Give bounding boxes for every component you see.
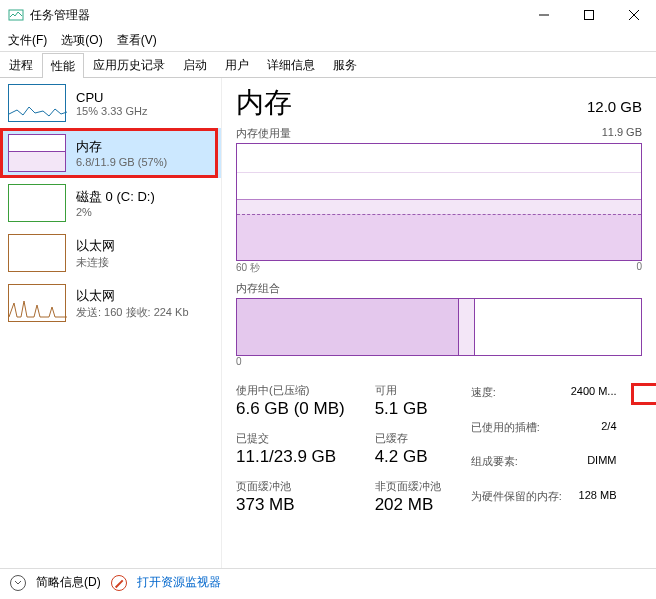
app-icon bbox=[8, 7, 24, 23]
chevron-down-icon[interactable] bbox=[10, 575, 26, 591]
slots-key: 已使用的插槽: bbox=[471, 420, 571, 447]
disk-sub: 2% bbox=[76, 206, 155, 218]
main-area: CPU 15% 3.33 GHz 内存 6.8/11.9 GB (57%) 磁盘… bbox=[0, 78, 656, 568]
sidebar-item-cpu[interactable]: CPU 15% 3.33 GHz bbox=[0, 78, 221, 128]
eth1-label: 以太网 bbox=[76, 287, 189, 305]
committed-label: 已提交 bbox=[236, 431, 345, 447]
cpu-sub: 15% 3.33 GHz bbox=[76, 105, 148, 117]
usage-label: 内存使用量 bbox=[236, 127, 291, 139]
maximize-button[interactable] bbox=[566, 0, 611, 30]
mem-label: 内存 bbox=[76, 138, 167, 156]
memory-composition-chart[interactable] bbox=[236, 298, 642, 356]
detail-pane: 内存 12.0 GB 内存使用量 11.9 GB 60 秒 0 内存组合 0 使… bbox=[222, 78, 656, 568]
cached-value: 4.2 GB bbox=[375, 447, 441, 467]
close-button[interactable] bbox=[611, 0, 656, 30]
cpu-label: CPU bbox=[76, 90, 148, 105]
available-label: 可用 bbox=[375, 383, 441, 399]
usage-max: 11.9 GB bbox=[602, 126, 642, 138]
disk-label: 磁盘 0 (C: D:) bbox=[76, 188, 155, 206]
resource-monitor-icon bbox=[111, 575, 127, 591]
mem-sub: 6.8/11.9 GB (57%) bbox=[76, 156, 167, 168]
titlebar: 任务管理器 bbox=[0, 0, 656, 30]
form-value: DIMM bbox=[571, 454, 617, 481]
tab-startup[interactable]: 启动 bbox=[174, 52, 216, 77]
stats-grid: 使用中(已压缩) 6.6 GB (0 MB) 已提交 11.1/23.9 GB … bbox=[236, 383, 642, 515]
comp-label: 内存组合 bbox=[236, 281, 642, 296]
menu-view[interactable]: 查看(V) bbox=[117, 32, 157, 49]
eth1-sub: 发送: 160 接收: 224 Kb bbox=[76, 305, 189, 320]
tab-users[interactable]: 用户 bbox=[216, 52, 258, 77]
committed-value: 11.1/23.9 GB bbox=[236, 447, 345, 467]
axis-left: 60 秒 bbox=[236, 261, 260, 275]
eth1-thumb bbox=[8, 284, 66, 322]
speed-value: 2400 M... bbox=[571, 385, 617, 412]
slots-value: 2/4 bbox=[571, 420, 617, 447]
paged-value: 373 MB bbox=[236, 495, 345, 515]
tab-details[interactable]: 详细信息 bbox=[258, 52, 324, 77]
speed-key: 速度: bbox=[471, 385, 571, 412]
hw-reserved-key: 为硬件保留的内存: bbox=[471, 489, 571, 516]
sidebar-item-ethernet-0[interactable]: 以太网 未连接 bbox=[0, 228, 221, 278]
detail-title: 内存 bbox=[236, 84, 292, 122]
mem-thumb bbox=[8, 134, 66, 172]
sidebar-item-memory[interactable]: 内存 6.8/11.9 GB (57%) bbox=[0, 128, 221, 178]
in-use-label: 使用中(已压缩) bbox=[236, 383, 345, 399]
open-resource-monitor-link[interactable]: 打开资源监视器 bbox=[137, 574, 221, 591]
nonpaged-label: 非页面缓冲池 bbox=[375, 479, 441, 495]
fewer-details-link[interactable]: 简略信息(D) bbox=[36, 574, 101, 591]
form-key: 组成要素: bbox=[471, 454, 571, 481]
cached-label: 已缓存 bbox=[375, 431, 441, 447]
menu-options[interactable]: 选项(O) bbox=[61, 32, 102, 49]
svg-rect-2 bbox=[584, 11, 593, 20]
axis-right: 0 bbox=[636, 261, 642, 275]
tab-performance[interactable]: 性能 bbox=[42, 53, 84, 78]
paged-label: 页面缓冲池 bbox=[236, 479, 345, 495]
tab-processes[interactable]: 进程 bbox=[0, 52, 42, 77]
in-use-value: 6.6 GB (0 MB) bbox=[236, 399, 345, 419]
detail-total: 12.0 GB bbox=[587, 98, 642, 115]
nonpaged-value: 202 MB bbox=[375, 495, 441, 515]
sidebar-item-ethernet-1[interactable]: 以太网 发送: 160 接收: 224 Kb bbox=[0, 278, 221, 328]
menubar: 文件(F) 选项(O) 查看(V) bbox=[0, 30, 656, 52]
hw-reserved-value: 128 MB bbox=[571, 489, 617, 516]
menu-file[interactable]: 文件(F) bbox=[8, 32, 47, 49]
disk-thumb bbox=[8, 184, 66, 222]
sidebar-item-disk[interactable]: 磁盘 0 (C: D:) 2% bbox=[0, 178, 221, 228]
minimize-button[interactable] bbox=[521, 0, 566, 30]
comp-left: 0 bbox=[236, 356, 642, 367]
sidebar: CPU 15% 3.33 GHz 内存 6.8/11.9 GB (57%) 磁盘… bbox=[0, 78, 222, 568]
cpu-thumb bbox=[8, 84, 66, 122]
available-value: 5.1 GB bbox=[375, 399, 441, 419]
tab-strip: 进程 性能 应用历史记录 启动 用户 详细信息 服务 bbox=[0, 52, 656, 78]
eth0-thumb bbox=[8, 234, 66, 272]
window-title: 任务管理器 bbox=[30, 7, 521, 24]
memory-properties: 速度: 2400 M... 已使用的插槽: 2/4 组成要素: DIMM 为硬件… bbox=[471, 385, 617, 515]
memory-usage-chart[interactable] bbox=[236, 143, 642, 261]
eth0-sub: 未连接 bbox=[76, 255, 115, 270]
eth0-label: 以太网 bbox=[76, 237, 115, 255]
footer: 简略信息(D) 打开资源监视器 bbox=[0, 568, 656, 596]
tab-services[interactable]: 服务 bbox=[324, 52, 366, 77]
tab-app-history[interactable]: 应用历史记录 bbox=[84, 52, 174, 77]
